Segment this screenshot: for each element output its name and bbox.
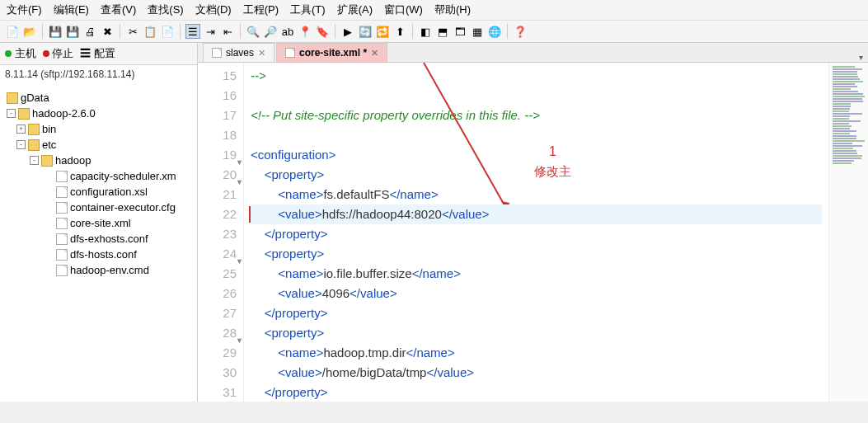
bookmark-icon[interactable]: 🔖 — [315, 24, 330, 39]
sync-icon[interactable]: 🔁 — [375, 24, 390, 39]
menu-tools[interactable]: 工具(T) — [290, 2, 326, 17]
editor-tab[interactable]: core-site.xml *✕ — [276, 43, 387, 62]
outdent-icon[interactable]: ⇤ — [220, 24, 235, 39]
code-line[interactable]: <value>/home/bigData/tmp</value> — [251, 363, 822, 383]
folder-icon — [18, 108, 30, 120]
paste-icon[interactable]: 📄 — [160, 24, 175, 39]
code-line[interactable]: <property> — [251, 165, 822, 185]
splitv-icon[interactable]: ⬒ — [435, 24, 450, 39]
sidebar: 主机 停止 ☰ 配置 8.11.14 (sftp://192.168.11.14… — [0, 43, 198, 402]
findnext-icon[interactable]: 🔎 — [263, 24, 278, 39]
code-line[interactable]: <value>hdfs://hadoop44:8020</value> — [251, 204, 822, 224]
split-icon[interactable]: ◧ — [418, 24, 433, 39]
menu-edit[interactable]: 编辑(E) — [54, 2, 89, 17]
indent-icon[interactable]: ⇥ — [203, 24, 218, 39]
host-toolbar: 主机 停止 ☰ 配置 — [0, 43, 197, 65]
tree-file[interactable]: hadoop-env.cmd — [0, 262, 197, 278]
file-tree: gData- hadoop-2.6.0+ bin- etc- hadoop ca… — [0, 83, 197, 281]
file-icon — [56, 249, 68, 261]
file-icon — [56, 233, 68, 245]
list-icon[interactable]: ☰ — [185, 24, 200, 39]
menubar: 文件(F) 编辑(E) 查看(V) 查找(S) 文档(D) 工程(P) 工具(T… — [0, 0, 868, 21]
replace-icon[interactable]: ab — [280, 24, 295, 39]
toolbar: 📄 📂 💾 💾 🖨 ✖ ✂ 📋 📄 ☰ ⇥ ⇤ 🔍 🔎 ab 📍 🔖 ▶ 🔄 🔁… — [0, 21, 868, 43]
code-line[interactable]: --> — [251, 66, 822, 86]
code-line[interactable]: </property> — [251, 383, 822, 402]
copy-icon[interactable]: 📋 — [143, 24, 157, 39]
tree-file[interactable]: capacity-scheduler.xm — [0, 168, 197, 184]
folder-icon — [7, 92, 18, 104]
line-gutter: 1516171819▼20▼21222324▼25262728▼29303132 — [198, 63, 244, 402]
find-icon[interactable]: 🔍 — [246, 24, 260, 39]
code-line[interactable] — [251, 125, 822, 145]
code-line[interactable]: <configuration> — [251, 145, 822, 165]
editor-tab[interactable]: slaves✕ — [203, 43, 274, 62]
file-icon — [56, 171, 68, 182]
help-icon[interactable]: ❓ — [513, 24, 528, 39]
code-line[interactable]: <name>hadoop.tmp.dir</name> — [251, 343, 822, 363]
code-line[interactable]: <property> — [251, 323, 822, 343]
code-line[interactable]: </property> — [251, 303, 822, 323]
menu-window[interactable]: 窗口(W) — [384, 2, 423, 17]
code-line[interactable]: <name>fs.defaultFS</name> — [251, 185, 822, 204]
host-label[interactable]: 主机 — [15, 47, 36, 59]
print-icon[interactable]: 🖨 — [82, 24, 97, 39]
menu-view[interactable]: 查看(V) — [101, 2, 136, 17]
tree-folder[interactable]: - hadoop — [0, 153, 197, 168]
file-icon — [56, 186, 68, 198]
cut-icon[interactable]: ✂ — [125, 24, 140, 39]
tree-file[interactable]: dfs-hosts.conf — [0, 247, 197, 262]
editor: slaves✕core-site.xml *✕ ▾ 1516171819▼20▼… — [198, 43, 868, 402]
tree-folder[interactable]: gData — [0, 90, 197, 106]
new-icon[interactable]: 📄 — [5, 24, 20, 39]
tree-file[interactable]: container-executor.cfg — [0, 200, 197, 215]
close-tab-icon[interactable]: ✕ — [371, 48, 378, 59]
tree-file[interactable]: core-site.xml — [0, 215, 197, 231]
code-line[interactable]: <!-- Put site-specific property override… — [251, 106, 822, 125]
code-line[interactable]: <property> — [251, 244, 822, 264]
browser-icon[interactable]: 🌐 — [487, 24, 502, 39]
folder-icon — [28, 124, 40, 135]
saveall-icon[interactable]: 💾 — [65, 24, 80, 39]
menu-file[interactable]: 文件(F) — [7, 2, 42, 17]
folder-icon — [28, 139, 40, 151]
close-tab-icon[interactable]: ✕ — [258, 48, 265, 59]
file-icon — [56, 265, 68, 276]
tab-bar: slaves✕core-site.xml *✕ ▾ — [198, 43, 868, 63]
config-label[interactable]: ☰ 配置 — [80, 46, 115, 61]
save-icon[interactable]: 💾 — [48, 24, 63, 39]
menu-doc[interactable]: 文档(D) — [195, 2, 232, 17]
status-dot-green — [5, 50, 12, 57]
refresh-icon[interactable]: 🔄 — [358, 24, 373, 39]
stop-label[interactable]: 停止 — [52, 47, 73, 59]
code-line[interactable]: </property> — [251, 224, 822, 244]
tree-folder[interactable]: - etc — [0, 137, 197, 153]
tree-folder[interactable]: - hadoop-2.6.0 — [0, 106, 197, 121]
tree-file[interactable]: configuration.xsl — [0, 184, 197, 200]
run-icon[interactable]: ▶ — [340, 24, 355, 39]
code-area[interactable]: 1 修改主 --><!-- Put site-specific property… — [244, 63, 828, 402]
window-icon[interactable]: 🗔 — [453, 24, 467, 39]
code-line[interactable]: <value>4096</value> — [251, 284, 822, 303]
folder-icon — [41, 155, 53, 167]
tree-folder[interactable]: + bin — [0, 121, 197, 137]
connection-path: 8.11.14 (sftp://192.168.11.14) — [0, 65, 197, 83]
upload-icon[interactable]: ⬆ — [392, 24, 407, 39]
goto-icon[interactable]: 📍 — [298, 24, 312, 39]
file-icon — [56, 202, 68, 214]
open-icon[interactable]: 📂 — [22, 24, 37, 39]
minimap[interactable] — [828, 63, 868, 402]
menu-help[interactable]: 帮助(H) — [434, 2, 471, 17]
file-icon — [56, 218, 68, 229]
menu-proj[interactable]: 工程(P) — [243, 2, 279, 17]
file-icon — [285, 48, 295, 58]
menu-search[interactable]: 查找(S) — [148, 2, 183, 17]
code-line[interactable]: <name>io.file.buffer.size</name> — [251, 264, 822, 284]
close-icon[interactable]: ✖ — [100, 24, 115, 39]
tree-file[interactable]: dfs-exhosts.conf — [0, 231, 197, 247]
grid-icon[interactable]: ▦ — [470, 24, 485, 39]
menu-ext[interactable]: 扩展(A) — [337, 2, 373, 17]
status-dot-red — [43, 50, 49, 57]
code-line[interactable] — [251, 86, 822, 106]
tab-dropdown-icon[interactable]: ▾ — [854, 53, 868, 62]
